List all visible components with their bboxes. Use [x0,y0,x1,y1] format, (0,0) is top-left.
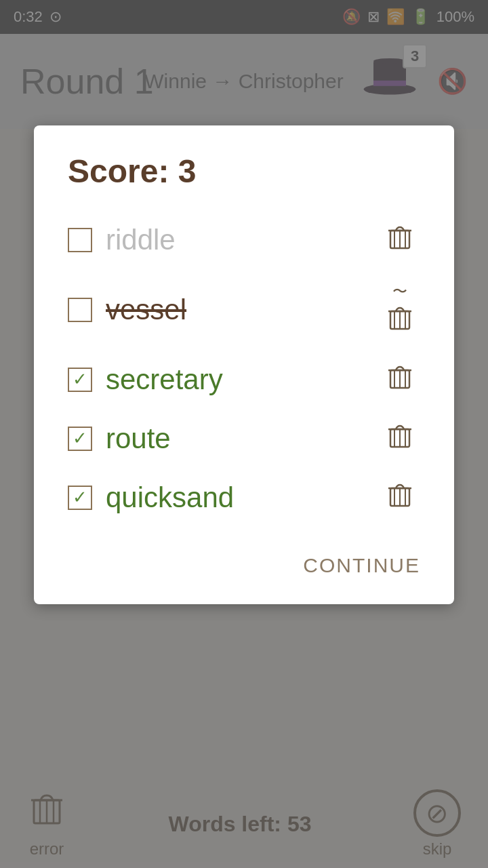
vessel-trash[interactable]: 〜 [380,281,420,338]
trash-icon [385,362,415,397]
route-trash[interactable] [380,421,420,456]
vessel-checkbox[interactable] [68,298,92,322]
modal-overlay: Score: 3 riddle [0,0,488,868]
continue-button[interactable]: CONTINUE [303,554,420,577]
score-title: Score: 3 [68,153,420,190]
secretary-checkbox[interactable]: ✓ [68,368,92,392]
word-list: riddle [68,210,420,527]
trash-icon [385,421,415,456]
trash-icon [385,222,415,257]
trash-icon [385,480,415,515]
wave-icon: 〜 [392,281,407,302]
list-item: riddle [68,210,420,269]
list-item: vessel 〜 [68,269,420,350]
quicksand-checkbox[interactable]: ✓ [68,486,92,510]
list-item: ✓ quicksand [68,468,420,527]
list-item: ✓ secretary [68,350,420,409]
riddle-trash[interactable] [380,222,420,257]
quicksand-text: quicksand [106,481,366,514]
secretary-text: secretary [106,363,366,396]
vessel-text: vessel [106,294,366,326]
continue-row: CONTINUE [68,554,420,577]
route-text: route [106,422,366,455]
secretary-trash[interactable] [380,362,420,397]
riddle-checkbox[interactable] [68,228,92,252]
riddle-text: riddle [106,224,366,256]
score-modal: Score: 3 riddle [34,125,454,604]
route-checkbox[interactable]: ✓ [68,427,92,451]
list-item: ✓ route [68,409,420,468]
trash-icon [385,303,415,338]
quicksand-trash[interactable] [380,480,420,515]
